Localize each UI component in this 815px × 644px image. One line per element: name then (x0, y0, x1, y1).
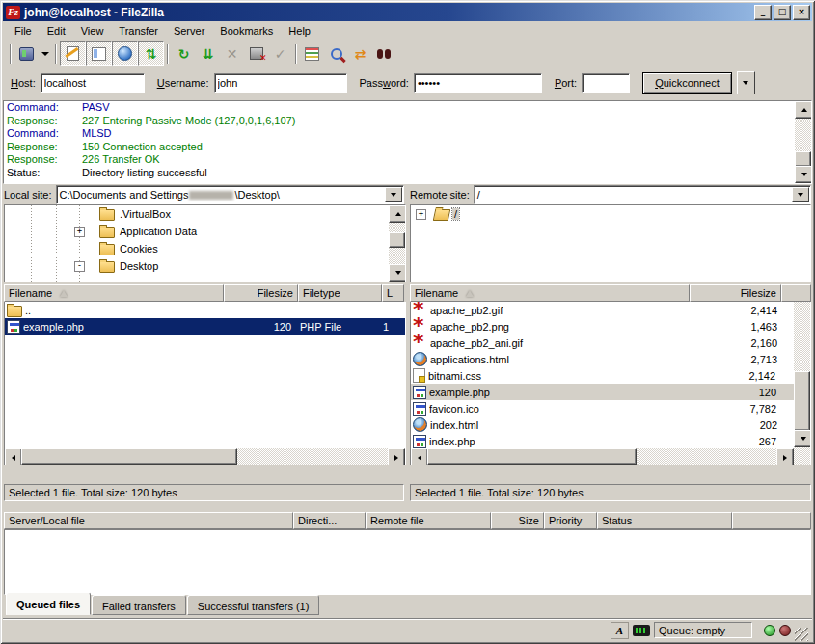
local-tree-vertical-scrollbar[interactable] (389, 205, 405, 282)
remote-file-list[interactable]: apache_pb2.gif 2,414 apache_pb2.png 1,46… (410, 302, 811, 465)
remote-site-dropdown-button[interactable] (792, 187, 809, 202)
log-vertical-scrollbar[interactable] (795, 101, 811, 183)
file-row-apache-pb2-gif[interactable]: apache_pb2.gif 2,414 (411, 302, 810, 318)
port-input[interactable] (582, 73, 630, 93)
log-line: Command:MLSD (4, 127, 811, 141)
scroll-down-button[interactable] (795, 166, 812, 183)
file-row-favicon-ico[interactable]: favicon.ico 7,782 (411, 400, 810, 416)
tab-successful-transfers[interactable]: Successful transfers (1) (187, 595, 320, 615)
column-header-priority[interactable]: Priority (544, 512, 597, 529)
file-row-index-html[interactable]: index.html 202 (411, 416, 810, 433)
file-row-example-php[interactable]: example.php 120 PHP File 1 (5, 318, 405, 335)
file-row-parent-dir[interactable]: .. (5, 302, 405, 318)
file-row-example-php[interactable]: example.php 120 (411, 384, 810, 400)
queue-list[interactable] (4, 529, 811, 595)
local-horizontal-scrollbar[interactable] (5, 448, 405, 465)
host-input[interactable] (41, 73, 145, 93)
cancel-operation-button[interactable]: ✕ (220, 42, 244, 65)
column-header-size[interactable]: Size (491, 512, 544, 529)
title-bar[interactable]: Fz john@localhost - FileZilla _ □ × (3, 3, 812, 21)
column-header-server-local-file[interactable]: Server/Local file (4, 512, 293, 529)
disconnect-button[interactable] (244, 42, 268, 65)
menu-transfer[interactable]: Transfer (111, 23, 166, 39)
menu-edit[interactable]: Edit (40, 23, 73, 39)
folder-icon (99, 209, 115, 221)
message-log[interactable]: Command:PASV Response:227 Entering Passi… (3, 100, 812, 184)
username-input[interactable] (214, 73, 347, 93)
tree-item-virtualbox[interactable]: .VirtualBox (5, 205, 405, 223)
quickconnect-dropdown-button[interactable] (737, 71, 755, 94)
maximize-button[interactable]: □ (774, 5, 791, 20)
close-button[interactable]: × (793, 5, 810, 20)
tree-item-root[interactable]: + / (411, 205, 810, 223)
menu-help[interactable]: Help (281, 23, 318, 39)
remote-horizontal-scrollbar[interactable] (411, 448, 794, 465)
column-header-status[interactable]: Status (597, 512, 732, 529)
column-header-direction[interactable]: Directi... (293, 512, 366, 529)
scrollbar-thumb[interactable] (427, 448, 637, 465)
column-header-filename[interactable]: Filename (4, 284, 224, 302)
column-header-filesize[interactable]: Filesize (224, 284, 298, 302)
refresh-button[interactable]: ↻ (172, 42, 196, 65)
tree-item-cookies[interactable]: Cookies (5, 240, 405, 257)
column-header-remote-file[interactable]: Remote file (366, 512, 491, 529)
scroll-down-button[interactable] (794, 430, 811, 447)
toggle-message-log-button[interactable] (60, 41, 86, 66)
scroll-up-button[interactable] (389, 205, 406, 223)
file-row-index-php[interactable]: index.php 267 (411, 433, 810, 449)
tree-item-application-data[interactable]: + Application Data (5, 223, 405, 240)
directory-comparison-button[interactable] (324, 42, 348, 65)
remote-vertical-scrollbar[interactable] (794, 302, 810, 465)
scrollbar-thumb[interactable] (389, 232, 405, 248)
minimize-button[interactable]: _ (754, 5, 772, 20)
file-row-bitnami-css[interactable]: bitnami.css 2,142 (411, 367, 810, 384)
reconnect-button[interactable]: ✓ (268, 42, 292, 65)
local-site-dropdown-button[interactable] (385, 187, 402, 202)
tab-queued-files[interactable]: Queued files (6, 592, 91, 615)
file-row-applications-html[interactable]: applications.html 2,713 (411, 351, 810, 367)
scrollbar-thumb[interactable] (794, 371, 810, 431)
column-header-filename[interactable]: Filename (410, 284, 690, 302)
site-manager-dropdown-icon[interactable] (41, 52, 49, 60)
tab-failed-transfers[interactable]: Failed transfers (92, 595, 186, 615)
expand-icon[interactable]: + (74, 227, 85, 237)
scroll-left-button[interactable] (5, 448, 22, 465)
resize-grip[interactable] (795, 628, 808, 641)
password-input[interactable] (414, 73, 542, 93)
local-file-list[interactable]: .. example.php 120 PHP File 1 (4, 302, 406, 465)
scrollbar-thumb[interactable] (21, 448, 237, 465)
expand-icon[interactable]: + (416, 209, 426, 220)
quickconnect-button[interactable]: Quickconnect (642, 72, 732, 94)
find-files-button[interactable] (372, 42, 396, 65)
column-header-filesize[interactable]: Filesize (690, 284, 781, 302)
local-directory-tree[interactable]: .VirtualBox + Application Data Cookies -… (4, 204, 406, 282)
directory-listing-filters-button[interactable] (300, 42, 324, 65)
scroll-right-button[interactable] (776, 448, 794, 465)
remote-directory-tree[interactable]: + / (410, 204, 811, 282)
toggle-queue-button[interactable]: ⇅ (138, 41, 164, 66)
scroll-left-button[interactable] (411, 448, 428, 465)
process-queue-button[interactable]: ⇊ (196, 42, 220, 65)
file-row-apache-pb2-png[interactable]: apache_pb2.png 1,463 (411, 318, 810, 335)
scroll-down-button[interactable] (389, 264, 406, 282)
collapse-icon[interactable]: - (74, 261, 85, 272)
remote-site-combobox[interactable]: / (474, 185, 811, 204)
scrollbar-thumb[interactable] (795, 151, 811, 167)
local-site-combobox[interactable]: C:\Documents and Settings\Desktop\ (56, 185, 404, 204)
toggle-local-tree-button[interactable] (86, 41, 112, 66)
scroll-right-button[interactable] (388, 448, 405, 465)
file-row-apache-pb2-ani-gif[interactable]: apache_pb2_ani.gif 2,160 (411, 335, 810, 351)
site-manager-button[interactable] (14, 42, 39, 65)
synchronized-browsing-button[interactable]: ⇄ (348, 42, 372, 65)
tree-item-desktop[interactable]: - Desktop (5, 257, 405, 275)
column-header-filetype[interactable]: Filetype (298, 284, 382, 302)
menu-server[interactable]: Server (166, 23, 212, 39)
data-type-indicator-icon[interactable]: A (611, 622, 629, 639)
menu-bookmarks[interactable]: Bookmarks (212, 23, 281, 39)
column-header-last-modified[interactable]: L (382, 284, 404, 302)
menu-view[interactable]: View (73, 23, 112, 39)
menu-file[interactable]: File (7, 23, 40, 39)
speed-limits-icon[interactable] (633, 625, 650, 636)
toggle-remote-tree-button[interactable] (112, 41, 138, 66)
scroll-up-button[interactable] (795, 101, 812, 119)
